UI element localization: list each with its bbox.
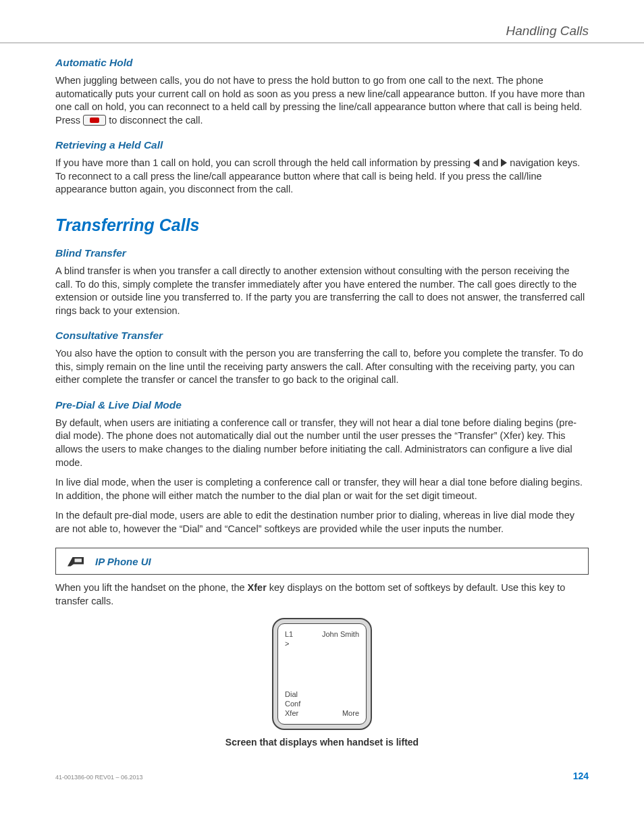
svg-rect-0 xyxy=(75,559,82,563)
text: If you have more than 1 call on hold, yo… xyxy=(55,157,473,168)
softkey-more: More xyxy=(342,708,359,718)
screen-cursor: > xyxy=(285,639,359,648)
para-retrieve: If you have more than 1 call on hold, yo… xyxy=(55,157,589,197)
heading-predial-livedial: Pre-Dial & Live Dial Mode xyxy=(55,399,589,411)
screen-line-indicator: L1 xyxy=(285,629,293,639)
text: to disconnect the call. xyxy=(109,115,203,126)
heading-retrieving-held-call: Retrieving a Held Call xyxy=(55,139,589,151)
para-xfer-intro: When you lift the handset on the phone, … xyxy=(55,581,589,608)
heading-automatic-hold: Automatic Hold xyxy=(55,57,589,69)
para-predial-3: In the default pre-dial mode, users are … xyxy=(55,509,589,536)
softkey-dial: Dial xyxy=(285,689,359,699)
ip-phone-ui-callout: IP Phone UI xyxy=(55,548,589,575)
heading-blind-transfer: Blind Transfer xyxy=(55,247,589,259)
hangup-key-icon xyxy=(83,115,106,126)
para-blind: A blind transfer is when you transfer a … xyxy=(55,265,589,317)
para-auto-hold: When juggling between calls, you do not … xyxy=(55,74,589,127)
softkey-xfer: Xfer xyxy=(285,708,298,718)
screen-caller-name: John Smith xyxy=(322,629,359,639)
nav-left-icon xyxy=(473,159,479,167)
page-footer: 41-001386-00 REV01 – 06.2013 124 xyxy=(55,771,589,781)
para-consult: You also have the option to consult with… xyxy=(55,347,589,387)
softkey-conf: Conf xyxy=(285,699,359,708)
phone-hardware-icon xyxy=(65,554,86,569)
header-divider xyxy=(0,43,644,43)
text: When you lift the handset on the phone, … xyxy=(55,582,248,593)
para-predial-1: By default, when users are initiating a … xyxy=(55,417,589,469)
text: and xyxy=(482,157,501,168)
footer-page-number: 124 xyxy=(573,771,589,781)
heading-consultative-transfer: Consultative Transfer xyxy=(55,330,589,342)
footer-doc-id: 41-001386-00 REV01 – 06.2013 xyxy=(55,774,143,781)
phone-screen-caption: Screen that displays when handset is lif… xyxy=(55,737,589,748)
running-header: Handling Calls xyxy=(55,24,589,38)
ip-phone-ui-label: IP Phone UI xyxy=(95,556,151,567)
phone-screen-illustration: L1 John Smith > Dial Conf Xfer More xyxy=(272,618,372,730)
nav-right-icon xyxy=(501,159,507,167)
xfer-key-name: Xfer xyxy=(248,582,267,593)
section-title-transferring-calls: Transferring Calls xyxy=(55,215,589,235)
para-predial-2: In live dial mode, when the user is comp… xyxy=(55,476,589,502)
